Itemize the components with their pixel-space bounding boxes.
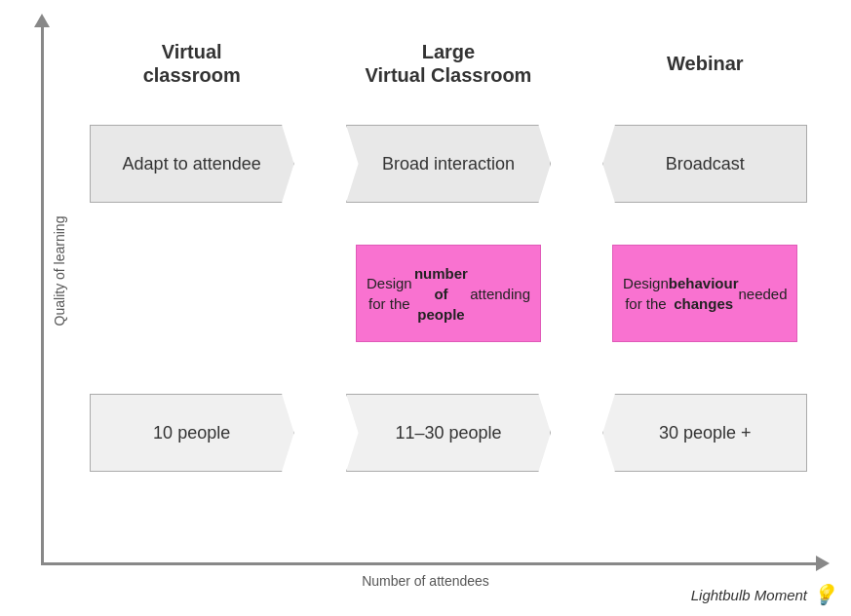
bottom-box-10: 10 people [90,394,294,472]
top-box-broad: Broad interaction [346,125,551,203]
top-boxes-row: Adapt to attendee Broad interaction Broa… [63,117,833,211]
col-header-webinar: Webinar [577,52,833,75]
main-container: Quality of learning Number of attendees … [0,0,851,616]
middle-cell-empty [63,230,320,357]
top-box-cell-3: Broadcast [577,117,833,211]
column-headers: Virtual classroom Large Virtual Classroo… [63,19,833,107]
middle-cell-2: Design for the behaviour changes needed [577,230,833,357]
lightbulb-icon: 💡 [812,583,836,606]
middle-cell-1: Design for the number of people attendin… [320,230,576,357]
content-area: Virtual classroom Large Virtual Classroo… [63,19,833,565]
top-box-cell-1: Adapt to attendee [63,117,320,211]
col-header-large-line2: Virtual Classroom [366,64,532,86]
top-box-broadcast-label: Broadcast [666,154,745,174]
bottom-box-cell-2: 11–30 people [320,386,576,480]
y-axis [41,19,44,565]
pink-box-number: Design for the number of people attendin… [356,245,541,342]
bottom-box-cell-3: 30 people + [577,386,833,480]
col-header-large-line1: Large [422,41,475,62]
bottom-box-11-30: 11–30 people [346,394,551,472]
col-header-virtual-line2: classroom [143,64,241,86]
bottom-box-30plus: 30 people + [602,394,807,472]
bottom-box-cell-1: 10 people [63,386,320,480]
col-header-large: Large Virtual Classroom [320,40,576,87]
top-box-cell-2: Broad interaction [320,117,576,211]
brand-name: Lightbulb Moment [691,587,807,603]
bottom-boxes-row: 10 people 11–30 people 30 people + [63,386,833,480]
col-header-webinar-line1: Webinar [667,53,744,74]
col-header-virtual-line1: Virtual [162,41,222,62]
top-box-broadcast: Broadcast [602,125,807,203]
bottom-box-30plus-label: 30 people + [659,423,752,443]
bottom-box-11-30-label: 11–30 people [395,423,501,443]
pink-box-behaviour: Design for the behaviour changes needed [612,245,797,342]
top-box-adapt-label: Adapt to attendee [123,154,261,174]
middle-boxes-row: Design for the number of people attendin… [63,230,833,357]
bottom-box-10-label: 10 people [153,423,230,443]
top-box-adapt: Adapt to attendee [90,125,294,203]
col-header-virtual: Virtual classroom [63,40,320,87]
brand: Lightbulb Moment 💡 [691,583,836,606]
top-box-broad-label: Broad interaction [382,154,515,174]
